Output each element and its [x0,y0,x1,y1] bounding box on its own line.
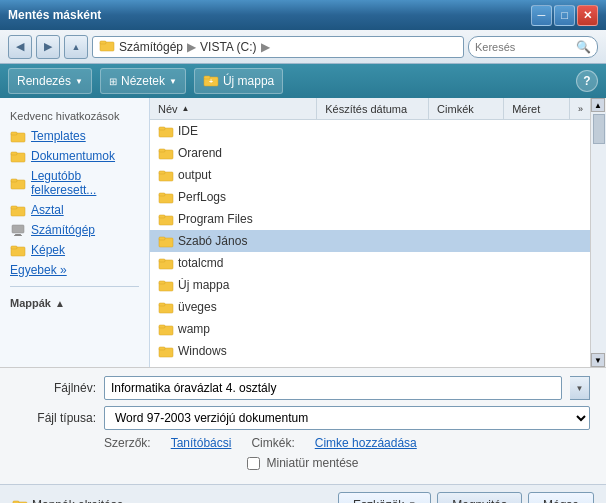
help-button[interactable]: ? [576,70,598,92]
table-row[interactable]: wamp [150,318,590,340]
sidebar-item-szamitogep[interactable]: Számítógép [0,220,149,240]
maximize-button[interactable]: □ [554,5,575,26]
miniatür-checkbox[interactable] [247,457,260,470]
file-name-text: Windows [178,344,227,358]
up-button[interactable]: ▲ [64,35,88,59]
miniatür-label[interactable]: Miniatür mentése [266,456,358,470]
folder-icon [10,129,26,143]
sidebar-label-egyebek: Egyebek » [10,263,67,277]
bottom-right: Eszközök ▼ Megnyitás Mégse [338,492,594,504]
folder-icon [158,256,174,270]
file-name-text: Szabó János [178,234,247,248]
folder-icon [10,176,26,190]
column-more[interactable]: » [570,98,590,119]
table-row[interactable]: PerfLogs [150,186,590,208]
column-date[interactable]: Készítés dátuma [317,98,429,119]
svg-rect-15 [14,235,22,236]
sidebar-item-legutobb[interactable]: Legutóbb felkeresett... [0,166,149,200]
title-bar: Mentés másként ─ □ ✕ [0,0,606,30]
file-list-container: Név ▲ Készítés dátuma Cimkék Méret » IDE… [150,98,590,367]
address-path[interactable]: Számítógép ▶ VISTA (C:) ▶ [92,36,464,58]
sidebar-item-kepek[interactable]: Képek [0,240,149,260]
folder-icon [158,212,174,226]
file-name-text: wamp [178,322,210,336]
cimkek-label: Cimkék: [251,436,294,450]
mappak-elrejtese-button[interactable]: ▼ Mappák elrejtése [12,497,123,504]
table-row[interactable]: output [150,164,590,186]
close-button[interactable]: ✕ [577,5,598,26]
svg-rect-8 [11,152,17,155]
mappak-label: Mappák [10,297,51,309]
fajlnev-dropdown-button[interactable]: ▼ [570,376,590,400]
table-row[interactable]: üveges [150,296,590,318]
nézetek-arrow-icon: ▼ [169,77,177,86]
address-bar: ◀ ▶ ▲ Számítógép ▶ VISTA (C:) ▶ 🔍 [0,30,606,64]
search-box[interactable]: 🔍 [468,36,598,58]
scroll-down-button[interactable]: ▼ [591,353,605,367]
table-row[interactable]: Szabó János [150,230,590,252]
svg-rect-33 [159,281,165,284]
sidebar-item-asztal[interactable]: Asztal [0,200,149,220]
svg-rect-39 [159,347,165,350]
cimkek-value[interactable]: Cimke hozzáadása [315,436,417,450]
mappak-elrejtese-label: Mappák elrejtése [32,498,123,504]
scrollbar[interactable]: ▲ ▼ [590,98,606,367]
rendezés-label: Rendezés [17,74,71,88]
file-name-text: totalcmd [178,256,223,270]
file-name-cell: Új mappa [150,278,326,292]
sidebar-label-templates: Templates [31,129,86,143]
help-icon: ? [583,74,590,88]
path-segment-drive: VISTA (C:) [200,40,256,54]
folder-icon [10,149,26,163]
table-row[interactable]: IDE [150,120,590,142]
bottom-left: ▼ Mappák elrejtése [12,497,123,504]
table-row[interactable]: Új mappa [150,274,590,296]
folder-icon [158,124,174,138]
fajlnev-input[interactable] [104,376,562,400]
folder-icon [158,344,174,358]
svg-rect-23 [159,171,165,174]
nézetek-icon: ⊞ [109,76,117,87]
eszközök-button[interactable]: Eszközök ▼ [338,492,431,504]
fajl-tipusa-select[interactable]: Word 97-2003 verziójú dokumentum [104,406,590,430]
table-row[interactable]: Windows [150,340,590,362]
svg-rect-12 [11,206,17,209]
sidebar-label-dokumentumok: Dokumentumok [31,149,115,163]
megse-button[interactable]: Mégse [528,492,594,504]
sidebar-item-egyebek[interactable]: Egyebek » [0,260,149,280]
file-name-cell: totalcmd [150,256,326,270]
uj-mappa-icon: + [203,73,219,90]
svg-rect-35 [159,303,165,306]
file-name-text: Program Files [178,212,253,226]
uj-mappa-button[interactable]: + Új mappa [194,68,283,94]
forward-button[interactable]: ▶ [36,35,60,59]
folder-icon [10,243,26,257]
back-button[interactable]: ◀ [8,35,32,59]
sidebar-mappak-section[interactable]: Mappák ▲ [0,293,149,313]
table-row[interactable]: totalcmd [150,252,590,274]
nézetek-button[interactable]: ⊞ Nézetek ▼ [100,68,186,94]
szerzok-label: Szerzők: [104,436,151,450]
column-tags[interactable]: Cimkék [429,98,504,119]
column-size[interactable]: Méret [504,98,570,119]
more-columns-icon: » [578,104,583,114]
search-input[interactable] [475,41,572,53]
file-name-text: Orarend [178,146,222,160]
sidebar-item-dokumentumok[interactable]: Dokumentumok [0,146,149,166]
minimize-button[interactable]: ─ [531,5,552,26]
megnyitas-button[interactable]: Megnyitás [437,492,522,504]
column-name[interactable]: Név ▲ [150,98,317,119]
file-name-cell: PerfLogs [150,190,326,204]
table-row[interactable]: Orarend [150,142,590,164]
sidebar-item-templates[interactable]: Templates [0,126,149,146]
file-name-text: PerfLogs [178,190,226,204]
svg-rect-17 [11,246,17,249]
scroll-up-button[interactable]: ▲ [591,98,605,112]
folder-icon-small [99,38,115,55]
sidebar-label-szamitogep: Számítógép [31,223,95,237]
rendezés-button[interactable]: Rendezés ▼ [8,68,92,94]
table-row[interactable]: Program Files [150,208,590,230]
szerzok-value[interactable]: Tanítóbácsi [171,436,232,450]
bottom-actions: ▼ Mappák elrejtése Eszközök ▼ Megnyitás … [0,484,606,503]
scroll-thumb[interactable] [593,114,605,144]
